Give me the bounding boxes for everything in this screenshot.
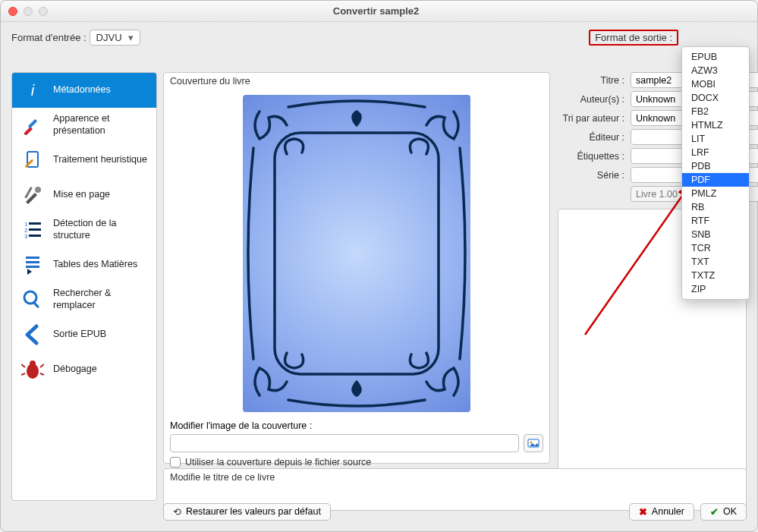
refresh-icon: ⟲: [173, 506, 181, 518]
format-option-lit[interactable]: LIT: [682, 132, 749, 146]
sidebar-item-toc[interactable]: Tables des Matières: [12, 247, 156, 282]
format-option-mobi[interactable]: MOBI: [682, 77, 749, 91]
sidebar-item-label: Sortie EPUB: [53, 329, 106, 341]
sidebar-item-label: Débogage: [53, 364, 97, 376]
series-label: Série :: [558, 170, 626, 181]
cross-icon: ✖: [639, 506, 647, 518]
svg-text:3: 3: [24, 233, 28, 240]
format-option-tcr[interactable]: TCR: [682, 241, 749, 255]
modify-cover-label: Modifier l'image de la couverture :: [170, 420, 543, 431]
title-label: Titre :: [558, 75, 626, 86]
titlebar: Convertir sample2: [1, 1, 757, 22]
restore-defaults-button[interactable]: ⟲ Restaurer les valeurs par défaut: [163, 503, 331, 521]
format-option-pdb[interactable]: PDB: [682, 159, 749, 173]
cancel-button[interactable]: ✖ Annuler: [629, 503, 694, 521]
window-body: Format d'entrée : DJVU ▾ Format de sorti…: [1, 22, 757, 531]
format-option-pdf[interactable]: PDF: [682, 173, 749, 187]
magnifier-icon: [20, 287, 46, 313]
svg-line-20: [21, 364, 25, 367]
sidebar-item-structure[interactable]: 123 Détection de la structure: [12, 212, 156, 247]
output-format-menu[interactable]: EPUBAZW3MOBIDOCXFB2HTMLZLITLRFPDBPDFPMLZ…: [681, 46, 750, 300]
format-option-fb2[interactable]: FB2: [682, 105, 749, 118]
sidebar-item-search-replace[interactable]: Rechercher & remplacer: [12, 282, 156, 317]
window-controls: [8, 7, 48, 16]
cover-heading: Couverture du livre: [170, 76, 543, 87]
sidebar-item-heuristic[interactable]: Traitement heuristique: [12, 143, 156, 178]
format-option-snb[interactable]: SNB: [682, 228, 749, 241]
cover-image: [243, 95, 470, 412]
output-format-label: Format de sortie :: [589, 30, 678, 46]
svg-line-23: [40, 373, 44, 375]
input-format-value: DJVU: [96, 32, 122, 43]
sidebar-item-label: Tables des Matières: [53, 259, 137, 271]
image-icon: [527, 437, 539, 449]
top-row: Format d'entrée : DJVU ▾ Format de sorti…: [11, 30, 747, 46]
svg-point-19: [30, 360, 36, 367]
minimize-window-button[interactable]: [24, 7, 33, 16]
sidebar-item-label: Traitement heuristique: [53, 154, 147, 166]
input-format-label: Format d'entrée :: [11, 32, 86, 43]
format-option-rtf[interactable]: RTF: [682, 214, 749, 228]
sidebar-item-page-setup[interactable]: Mise en page: [12, 178, 156, 212]
format-option-azw3[interactable]: AZW3: [682, 64, 749, 77]
chevron-down-icon: ▾: [122, 32, 134, 43]
toc-icon: [20, 252, 46, 278]
publisher-label: Éditeur :: [558, 132, 626, 143]
svg-rect-12: [29, 235, 41, 237]
cover-preview: [170, 90, 543, 417]
tags-label: Étiquettes :: [558, 151, 626, 162]
format-option-lrf[interactable]: LRF: [682, 146, 749, 159]
svg-point-5: [35, 187, 41, 193]
sidebar: i Métadonnées Apparence et présentation …: [11, 72, 157, 501]
sidebar-item-output-epub[interactable]: Sortie EPUB: [12, 317, 156, 352]
sidebar-item-look-feel[interactable]: Apparence et présentation: [12, 108, 156, 143]
svg-rect-13: [26, 257, 39, 259]
svg-point-16: [24, 291, 36, 304]
chevron-left-icon: [20, 322, 46, 348]
bug-icon: [20, 357, 46, 382]
check-icon: ✔: [710, 506, 719, 518]
format-option-docx[interactable]: DOCX: [682, 91, 749, 105]
ok-button[interactable]: ✔ OK: [700, 503, 747, 521]
bottom-bar: ⟲ Restaurer les valeurs par défaut ✖ Ann…: [163, 501, 747, 522]
browse-cover-button[interactable]: [524, 434, 543, 452]
close-window-button[interactable]: [8, 7, 17, 16]
format-option-htmlz[interactable]: HTMLZ: [682, 118, 749, 132]
maximize-window-button[interactable]: [39, 7, 48, 16]
numbered-list-icon: 123: [20, 217, 46, 243]
format-option-txtz[interactable]: TXTZ: [682, 269, 749, 282]
sidebar-item-label: Rechercher & remplacer: [53, 288, 149, 311]
author-sort-label: Tri par auteur :: [558, 113, 626, 124]
info-icon: i: [20, 77, 46, 103]
main-pane: Couverture du livre: [163, 72, 747, 501]
sidebar-item-label: Métadonnées: [53, 84, 111, 96]
svg-point-26: [530, 442, 533, 444]
sidebar-item-debug[interactable]: Débogage: [12, 352, 156, 387]
svg-rect-11: [29, 228, 41, 231]
brush-icon: [20, 112, 46, 138]
cover-groupbox: Couverture du livre: [163, 72, 550, 464]
use-source-cover-label: Utiliser la couverture depuis le fichier…: [185, 457, 371, 467]
help-hint-text: Modifie le titre de ce livre: [170, 472, 275, 483]
format-option-epub[interactable]: EPUB: [682, 50, 749, 64]
format-option-zip[interactable]: ZIP: [682, 282, 749, 296]
svg-rect-14: [26, 261, 39, 263]
use-source-cover-checkbox[interactable]: [170, 457, 181, 467]
app-window: Convertir sample2 Format d'entrée : DJVU…: [0, 0, 758, 532]
svg-rect-17: [33, 301, 39, 308]
sidebar-item-metadata[interactable]: i Métadonnées: [12, 73, 156, 108]
tools-icon: [20, 182, 46, 208]
format-option-pmlz[interactable]: PMLZ: [682, 187, 749, 200]
svg-line-22: [21, 373, 25, 375]
svg-rect-10: [29, 222, 41, 225]
window-title: Convertir sample2: [48, 5, 704, 17]
format-option-txt[interactable]: TXT: [682, 255, 749, 269]
svg-line-21: [40, 364, 44, 367]
input-format-select[interactable]: DJVU ▾: [90, 30, 140, 46]
svg-rect-24: [275, 133, 439, 374]
svg-text:i: i: [31, 82, 35, 99]
format-option-rb[interactable]: RB: [682, 200, 749, 214]
sidebar-item-label: Apparence et présentation: [53, 113, 149, 137]
cover-path-input[interactable]: [170, 434, 519, 452]
sidebar-item-label: Détection de la structure: [53, 218, 149, 241]
